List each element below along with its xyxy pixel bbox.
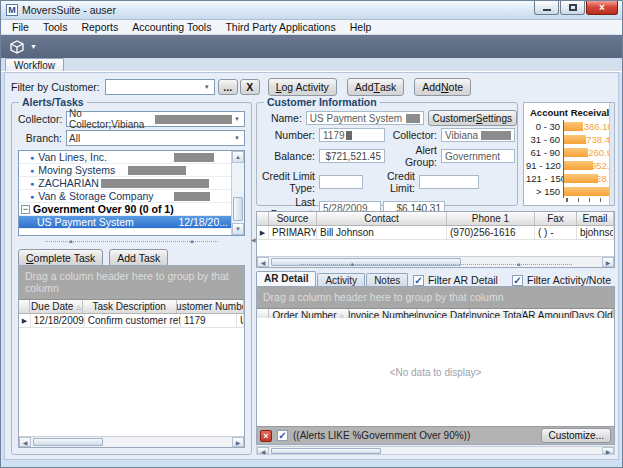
filter-customer-combobox[interactable]: ▼ (105, 79, 215, 95)
redaction (174, 192, 210, 201)
filter-ar-detail-checkbox[interactable]: ✓ Filter AR Detail (413, 274, 498, 286)
credit-limit-label: Credit Limit: (363, 170, 419, 194)
task-partial-cell: U (237, 314, 244, 327)
task-grid-hscrollbar[interactable]: ◀ ▶ (19, 436, 244, 447)
filter-activity-note-checkbox[interactable]: ✓ Filter Activity/Note (512, 274, 611, 286)
balance-field[interactable]: $721,521.45 (319, 149, 385, 163)
menu-accounting-tools[interactable]: Accounting Tools (125, 20, 218, 34)
task-grid-groupby-bar[interactable]: Drag a column header here to group by th… (19, 266, 244, 300)
branch-combobox[interactable]: All ▼ (66, 130, 245, 146)
menu-help[interactable]: Help (343, 20, 379, 34)
chart-bar (564, 148, 588, 157)
tab-notes[interactable]: Notes (366, 273, 408, 286)
column-header-source[interactable]: Source (269, 212, 317, 225)
credit-limit-field[interactable] (419, 175, 479, 189)
list-item[interactable]: ● Van & Storage Company (19, 190, 231, 203)
add-task-button-top[interactable]: Add Task (347, 78, 404, 96)
collector-combobox[interactable]: No Collector;Vibiana ▼ (66, 111, 245, 127)
toolbar-dropdown-icon[interactable]: ▼ (30, 43, 37, 50)
remove-filter-icon[interactable]: × (260, 430, 272, 442)
scroll-left-icon[interactable]: ◀ (19, 437, 31, 447)
customize-button[interactable]: Customize... (541, 428, 611, 443)
number-label: Number: (257, 129, 319, 141)
list-item-label: Moving Systems (38, 164, 115, 176)
tab-activity[interactable]: Activity (317, 273, 365, 286)
menu-file[interactable]: File (5, 20, 36, 34)
combo-dropdown-icon[interactable]: ▼ (232, 116, 242, 122)
checkbox-checked-icon: ✓ (413, 275, 424, 286)
splitter-up-icon: ▲ (68, 238, 74, 244)
tab-workflow[interactable]: Workflow (5, 58, 64, 71)
task-row[interactable]: ▶ 12/18/2009 Confirm customer returne...… (19, 314, 244, 328)
column-header-fax[interactable]: Fax (535, 212, 577, 225)
left-horizontal-splitter[interactable]: ▲ ▲ (18, 238, 245, 245)
splitter-up-icon: ▲ (189, 238, 195, 244)
filter-enabled-checkbox[interactable]: ✓ (277, 430, 288, 441)
package-icon (7, 38, 27, 55)
scroll-left-icon[interactable]: ◀ (257, 447, 269, 454)
ar-panel-hscrollbar[interactable]: ◀ ▶ (256, 446, 615, 455)
list-item-selected[interactable]: US Payment System 12/18/20... (19, 216, 231, 229)
maximize-icon (569, 4, 577, 11)
moverssuite-tool-button[interactable]: ▼ (7, 38, 37, 55)
column-header-task-description[interactable]: Task Description (83, 300, 177, 313)
menu-tools[interactable]: Tools (36, 20, 75, 34)
scrollbar-thumb[interactable] (33, 438, 103, 446)
collector-field[interactable]: Vibiana (441, 128, 515, 142)
combo-dropdown-icon[interactable]: ▼ (232, 135, 242, 141)
alert-group-field[interactable]: Government (441, 149, 515, 163)
contact-row[interactable]: ▶ PRIMARY Bill Johnson (970)256-1616 ( )… (257, 226, 614, 240)
ar-grid-groupby-bar[interactable]: Drag a column header here to group by th… (257, 287, 614, 309)
detail-tab-strip: AR Detail Activity Notes ✓ Filter AR Det… (256, 271, 615, 286)
chart-category-label: 0 - 30 (526, 121, 563, 132)
clear-filter-button[interactable]: X (240, 79, 260, 95)
log-activity-button[interactable]: Log Activity (268, 78, 337, 96)
list-item[interactable]: ● ZACHARIAN (19, 177, 231, 190)
chart-bar (564, 161, 593, 170)
add-note-button[interactable]: Add Note (414, 78, 471, 96)
toolbar: ▼ (1, 35, 622, 58)
customer-filter-row: Filter by Customer: ▼ ... X Log Activity… (11, 76, 614, 98)
column-header-due-date[interactable]: Due Date△ (30, 300, 83, 313)
window-title: MoversSuite - auser (22, 4, 116, 16)
scroll-right-icon[interactable]: ▶ (232, 437, 244, 447)
scroll-right-icon[interactable]: ▶ (602, 447, 614, 454)
ar-detail-grid: Drag a column header here to group by th… (256, 286, 615, 445)
credit-limit-type-field[interactable] (319, 175, 363, 189)
scrollbar-thumb[interactable] (271, 448, 381, 454)
bullet-icon: ● (30, 154, 34, 161)
list-item[interactable]: ● Moving Systems (19, 164, 231, 177)
combo-dropdown-icon[interactable]: ▼ (202, 84, 212, 90)
balance-row: Balance: $721,521.45 Alert Group: Govern… (257, 144, 517, 168)
checkbox-checked-icon: ✓ (512, 275, 523, 286)
number-field[interactable]: 1179 (319, 128, 385, 142)
collapse-icon[interactable]: − (21, 205, 30, 214)
chart-category-label: 61 - 90 (526, 147, 563, 158)
scroll-down-icon[interactable]: ▼ (232, 223, 244, 235)
redaction (128, 166, 186, 175)
minimize-button[interactable] (534, 1, 559, 15)
name-field[interactable]: US Payment System (306, 111, 424, 125)
scrollbar-thumb[interactable] (233, 197, 243, 221)
list-item[interactable]: ● Van Lines, Inc. (19, 151, 231, 164)
maximize-button[interactable] (560, 1, 585, 15)
customer-settings-button[interactable]: Customer Settings (428, 110, 518, 126)
chart-scrollbar[interactable] (609, 103, 614, 205)
menu-reports[interactable]: Reports (74, 20, 125, 34)
contact-phone1: (970)256-1616 (447, 226, 535, 239)
list-group-header[interactable]: − Government Over 90 (0 of 1) (19, 203, 231, 216)
column-header-customer-number[interactable]: Customer Number (177, 300, 244, 313)
contact-fax: ( ) - (535, 226, 577, 239)
browse-customer-button[interactable]: ... (218, 79, 238, 95)
column-header-email[interactable]: Email (577, 212, 614, 225)
close-button[interactable]: × (586, 1, 618, 15)
tab-filters: ✓ Filter AR Detail ✓ Filter Activity/Not… (413, 274, 615, 286)
tab-ar-detail[interactable]: AR Detail (256, 271, 316, 286)
column-header-contact[interactable]: Contact (317, 212, 447, 225)
column-header-phone1[interactable]: Phone 1 (447, 212, 535, 225)
row-indicator-icon: ▶ (257, 226, 269, 239)
contact-grid-header: Source Contact Phone 1 Fax Email (257, 212, 614, 226)
scroll-up-icon[interactable]: ▲ (232, 151, 244, 163)
right-horizontal-splitter[interactable]: ▲ ▲ (256, 261, 615, 268)
menu-third-party-applications[interactable]: Third Party Applications (218, 20, 342, 34)
